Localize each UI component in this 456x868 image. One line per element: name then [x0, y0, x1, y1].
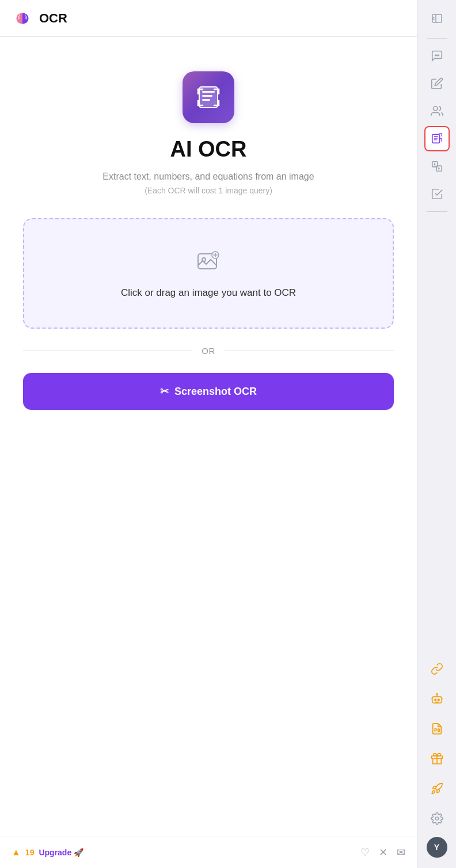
sidebar-expand-button[interactable] [424, 6, 450, 31]
sidebar-item-ocr[interactable] [424, 126, 450, 151]
app-name: AI OCR [170, 137, 247, 162]
credits-count: 19 [25, 848, 35, 857]
divider-line-left [23, 351, 192, 351]
user-avatar[interactable]: Y [427, 837, 447, 858]
sidebar-item-gift[interactable] [424, 746, 450, 771]
divider-line-right [225, 351, 394, 351]
or-label: OR [202, 346, 215, 356]
x-twitter-icon[interactable]: ✕ [379, 846, 387, 859]
screenshot-ocr-button[interactable]: ✂ Screenshot OCR [23, 373, 394, 410]
sidebar-item-bot[interactable] [424, 686, 450, 711]
sidebar-item-rocket[interactable] [424, 776, 450, 801]
right-sidebar: Y [417, 0, 456, 868]
sidebar-item-tasks[interactable] [424, 181, 450, 207]
svg-rect-3 [202, 95, 212, 97]
header-title: OCR [39, 11, 67, 26]
sidebar-item-link[interactable] [424, 656, 450, 682]
app-footer: ▲ 19 Upgrade 🚀 ♡ ✕ ✉ [0, 836, 417, 868]
sidebar-item-translate[interactable] [424, 154, 450, 179]
logo: OCR [12, 7, 67, 29]
sidebar-item-users[interactable] [424, 98, 450, 124]
svg-rect-1 [199, 87, 218, 108]
svg-rect-4 [202, 99, 210, 101]
sidebar-top-divider [427, 38, 447, 39]
svg-point-19 [438, 699, 439, 701]
app-description: Extract text, numbers, and equations fro… [102, 170, 314, 184]
scissors-icon: ✂ [160, 385, 169, 398]
app-header: OCR [0, 0, 417, 37]
footer-left: ▲ 19 Upgrade 🚀 [12, 847, 83, 858]
svg-point-12 [433, 106, 437, 111]
credits-triangle-icon: ▲ [12, 847, 21, 858]
brain-icon [12, 7, 33, 29]
heart-icon[interactable]: ♡ [360, 846, 370, 859]
avatar-label: Y [434, 843, 439, 852]
main-content: AI OCR Extract text, numbers, and equati… [0, 37, 417, 836]
sidebar-item-edit[interactable] [424, 71, 450, 96]
svg-point-17 [436, 694, 438, 695]
svg-point-10 [436, 55, 437, 55]
upload-icon [195, 248, 222, 278]
svg-point-22 [435, 817, 439, 820]
sidebar-item-pdf[interactable] [424, 716, 450, 741]
upload-prompt-text: Click or drag an image you want to OCR [121, 287, 296, 299]
screenshot-btn-label: Screenshot OCR [174, 386, 257, 398]
sidebar-bottom-section: Y [424, 655, 450, 862]
svg-point-11 [438, 55, 439, 55]
sidebar-item-settings[interactable] [424, 806, 450, 831]
sidebar-item-chat[interactable] [424, 43, 450, 68]
svg-point-18 [434, 699, 436, 701]
svg-rect-2 [202, 91, 215, 93]
app-cost: (Each OCR will cost 1 image query) [145, 186, 272, 195]
svg-rect-8 [432, 14, 442, 22]
mail-icon[interactable]: ✉ [397, 846, 405, 859]
upgrade-label: Upgrade [39, 848, 71, 857]
app-icon [183, 71, 234, 123]
sidebar-middle-divider [427, 211, 447, 212]
footer-right: ♡ ✕ ✉ [360, 846, 405, 859]
upgrade-button[interactable]: Upgrade 🚀 [39, 848, 83, 857]
upload-dropzone[interactable]: Click or drag an image you want to OCR [23, 218, 394, 329]
or-divider: OR [23, 346, 394, 356]
svg-point-9 [435, 55, 435, 55]
upgrade-rocket-icon: 🚀 [74, 848, 83, 857]
svg-rect-13 [432, 135, 439, 143]
